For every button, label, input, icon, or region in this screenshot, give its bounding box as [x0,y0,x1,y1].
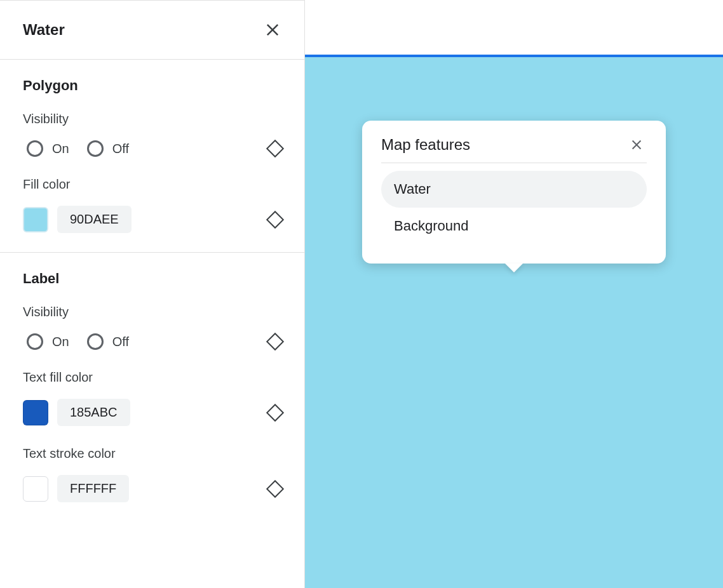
polygon-fill-swatch[interactable] [23,207,48,232]
close-icon [630,138,644,152]
radio-label: On [52,142,69,156]
map-preview: Map features Water Background [305,0,723,588]
radio-icon [87,140,104,157]
radio-icon [27,333,43,350]
style-editor-sidebar: Water Polygon Visibility On Off [0,0,305,588]
text-stroke-row: FFFFFF [23,475,281,502]
polygon-visibility-row: On Off [23,140,281,157]
label-visibility-on-radio[interactable]: On [27,333,69,350]
map-features-popup: Map features Water Background [362,121,666,264]
popup-title: Map features [381,136,470,154]
divider [381,163,647,163]
text-stroke-hex-input[interactable]: FFFFFF [57,475,129,502]
text-fill-swatch[interactable] [23,400,48,425]
label-visibility-off-radio[interactable]: Off [87,333,129,350]
customize-diamond-icon[interactable] [266,403,284,421]
customize-diamond-icon[interactable] [266,140,284,157]
radio-icon [87,333,104,350]
polygon-fill-label: Fill color [23,177,281,192]
popup-item-water[interactable]: Water [381,171,647,208]
polygon-visibility-on-radio[interactable]: On [27,140,69,157]
text-fill-label: Text fill color [23,370,281,385]
customize-diamond-icon[interactable] [266,333,284,351]
panel-title: Water [23,21,65,39]
close-button[interactable] [260,17,285,43]
label-section: Label Visibility On Off Text fill color [0,253,304,521]
preview-map-canvas[interactable]: Map features Water Background [305,57,723,588]
polygon-fill-row: 90DAEE [23,206,281,233]
label-visibility-label: Visibility [23,305,281,319]
polygon-section-title: Polygon [23,77,281,94]
text-stroke-label: Text stroke color [23,446,281,461]
radio-label: Off [112,335,129,349]
text-stroke-swatch[interactable] [23,476,48,502]
label-section-title: Label [23,271,281,287]
polygon-section: Polygon Visibility On Off Fill color [0,60,304,253]
polygon-visibility-label: Visibility [23,112,281,126]
popup-close-button[interactable] [626,135,647,155]
close-icon [264,21,281,39]
radio-label: On [52,335,69,349]
text-fill-hex-input[interactable]: 185ABC [57,399,130,426]
polygon-visibility-off-radio[interactable]: Off [87,140,129,157]
customize-diamond-icon[interactable] [266,479,284,497]
customize-diamond-icon[interactable] [266,210,284,228]
preview-header-strip [305,0,723,57]
polygon-fill-hex-input[interactable]: 90DAEE [57,206,132,233]
radio-icon [27,140,43,157]
popup-item-background[interactable]: Background [381,208,647,244]
radio-label: Off [112,142,129,156]
label-visibility-row: On Off [23,333,281,350]
text-fill-row: 185ABC [23,399,281,426]
panel-header: Water [0,1,304,60]
